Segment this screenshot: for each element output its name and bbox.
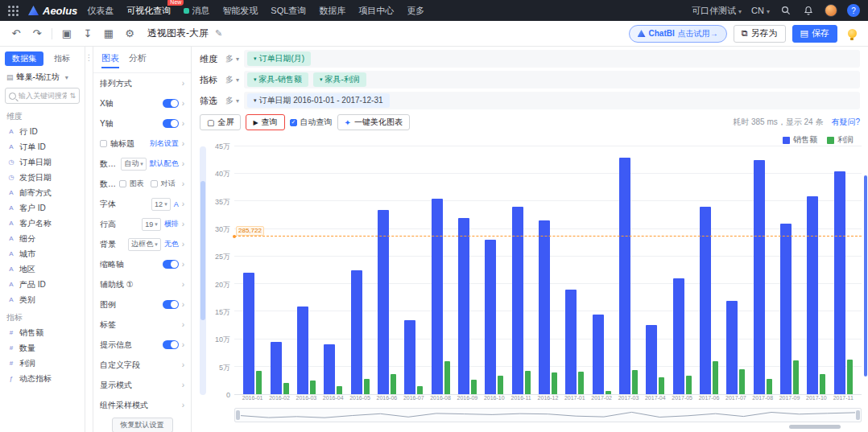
config-section-8[interactable]: 背景边框色▾无色› <box>93 234 191 254</box>
config-section-13[interactable]: 提示信息› <box>93 335 191 355</box>
bar-利润-2016-06[interactable] <box>391 374 396 394</box>
config-section-2[interactable]: Y轴› <box>93 113 191 134</box>
bar-group-2017-04[interactable] <box>642 146 668 394</box>
bar-利润-2016-11[interactable] <box>525 371 531 394</box>
config-select-6[interactable]: 12▾ <box>151 198 171 211</box>
config-toggle-11[interactable] <box>163 300 179 309</box>
auto-query-checkbox[interactable] <box>290 119 297 126</box>
filter-tag[interactable]: ▾订单日期 2016-01-01 - 2017-12-31 <box>247 93 390 108</box>
config-section-5[interactable]: 数据显示图表对话› <box>93 174 191 194</box>
field-产品 ID[interactable]: A产品 ID <box>0 277 85 292</box>
config-checkbox-3[interactable] <box>100 140 107 147</box>
bar-销售额-2017-04[interactable] <box>646 325 657 394</box>
bar-销售额-2016-08[interactable] <box>432 199 443 394</box>
language-switcher[interactable]: CN <box>751 6 770 15</box>
bar-销售额-2016-06[interactable] <box>378 210 389 394</box>
minimap[interactable] <box>234 408 862 422</box>
bar-销售额-2017-06[interactable] <box>700 207 711 394</box>
image-export-icon[interactable]: ▦ <box>101 26 117 42</box>
redo-icon[interactable]: ↷ <box>29 26 45 42</box>
bar-group-2016-11[interactable] <box>507 146 534 394</box>
tips-lightbulb-button[interactable] <box>844 26 860 42</box>
config-toggle-9[interactable] <box>163 260 179 269</box>
bar-利润-2017-08[interactable] <box>767 379 772 394</box>
bar-group-2017-08[interactable] <box>750 146 776 394</box>
chart-plot[interactable]: 285,722 <box>234 146 862 395</box>
field-订单日期[interactable]: ◷订单日期 <box>0 154 85 170</box>
field-行 ID[interactable]: A行 ID <box>0 124 85 139</box>
nav-item-1[interactable]: 可视化查询New <box>126 5 171 17</box>
minimap-right-handle[interactable] <box>856 410 860 420</box>
bar-销售额-2016-04[interactable] <box>324 344 335 394</box>
restore-defaults-button[interactable]: 恢复默认设置 <box>112 418 173 432</box>
field-城市[interactable]: A城市 <box>0 246 85 261</box>
bar-group-2017-10[interactable] <box>803 146 829 394</box>
bar-group-2017-11[interactable] <box>830 146 857 394</box>
bar-利润-2017-05[interactable] <box>686 376 692 394</box>
config-section-4[interactable]: 数值显示自动▾默认配色› <box>93 154 191 174</box>
auto-query-toggle[interactable]: 自动查询 <box>290 117 333 128</box>
bar-利润-2016-10[interactable] <box>498 376 503 394</box>
beautify-button[interactable]: ✦ 一键美化图表 <box>337 114 410 130</box>
download-icon[interactable]: ↧ <box>80 26 96 42</box>
field-发货日期[interactable]: ◷发货日期 <box>0 170 85 185</box>
filter-tag[interactable]: ▾家具-销售额 <box>247 72 308 87</box>
config-select-8[interactable]: 边框色▾ <box>128 238 161 251</box>
config-section-6[interactable]: 字体12▾A› <box>93 194 191 214</box>
bar-利润-2016-04[interactable] <box>337 386 342 394</box>
question-link[interactable]: 有疑问? <box>831 117 860 128</box>
bar-利润-2016-09[interactable] <box>471 380 477 394</box>
nav-item-6[interactable]: 项目中心 <box>358 5 394 17</box>
bar-销售额-2016-09[interactable] <box>458 218 469 394</box>
bar-group-2016-01[interactable] <box>239 146 266 394</box>
config-section-1[interactable]: X轴› <box>93 93 191 113</box>
save-button[interactable]: ▤ 保存 <box>792 25 837 43</box>
bar-利润-2017-06[interactable] <box>713 361 718 394</box>
config-section-9[interactable]: 缩略轴› <box>93 254 191 274</box>
bar-利润-2016-08[interactable] <box>444 361 450 394</box>
help-icon[interactable] <box>847 4 860 17</box>
bar-销售额-2016-01[interactable] <box>243 273 254 394</box>
bar-group-2017-06[interactable] <box>696 146 722 394</box>
config-toggle-13[interactable] <box>163 340 179 349</box>
minimap-left-handle[interactable] <box>236 410 240 420</box>
vertical-scrollbar[interactable] <box>864 175 867 376</box>
nav-item-4[interactable]: SQL查询 <box>271 5 306 17</box>
bar-销售额-2017-08[interactable] <box>754 160 765 394</box>
bar-group-2016-03[interactable] <box>293 146 320 394</box>
bar-销售额-2016-11[interactable] <box>512 207 523 394</box>
bar-利润-2017-09[interactable] <box>793 360 799 394</box>
app-grid-icon[interactable] <box>8 6 19 16</box>
config-checkbox-对话[interactable] <box>151 180 158 187</box>
nav-item-2[interactable]: 消息 <box>184 5 209 17</box>
bar-group-2017-05[interactable] <box>669 146 696 394</box>
edit-title-icon[interactable]: ✎ <box>215 28 222 39</box>
filter-drop-zone-2[interactable]: ▾订单日期 2016-01-01 - 2017-12-31 <box>244 92 860 109</box>
config-section-7[interactable]: 行高19▾横排› <box>93 214 191 234</box>
legend-item-销售额[interactable]: 销售额 <box>783 134 817 146</box>
bar-利润-2016-03[interactable] <box>310 381 316 394</box>
filter-tag[interactable]: ▾家具-利润 <box>313 72 366 87</box>
bar-销售额-2016-03[interactable] <box>297 307 308 395</box>
logo[interactable]: Aeolus <box>28 5 77 17</box>
nav-item-3[interactable]: 智能发现 <box>222 5 258 17</box>
bar-销售额-2016-12[interactable] <box>539 220 550 394</box>
legend-item-利润[interactable]: 利润 <box>827 134 854 146</box>
nav-item-7[interactable]: 更多 <box>407 5 424 17</box>
config-section-15[interactable]: 显示模式› <box>93 375 191 395</box>
bar-利润-2016-05[interactable] <box>364 379 370 394</box>
bar-利润-2016-12[interactable] <box>552 372 557 394</box>
fullscreen-button[interactable]: ▢ 全屏 <box>200 114 241 130</box>
bar-利润-2017-11[interactable] <box>847 360 853 394</box>
filter-tag[interactable]: ▾订单日期(月) <box>247 51 311 66</box>
config-section-0[interactable]: 排列方式› <box>93 73 191 93</box>
workspace-switcher[interactable]: 可口伴测试 <box>692 5 742 17</box>
search-icon[interactable] <box>779 4 792 17</box>
config-section-10[interactable]: 辅助线 ①› <box>93 274 191 294</box>
field-客户 ID[interactable]: A客户 ID <box>0 200 85 216</box>
bar-group-2017-01[interactable] <box>561 146 588 394</box>
save-as-button[interactable]: ⧉ 另存为 <box>734 25 786 43</box>
bar-利润-2016-01[interactable] <box>256 371 262 394</box>
field-细分[interactable]: A细分 <box>0 231 85 246</box>
filter-mode-selector[interactable]: 多 <box>225 95 239 106</box>
